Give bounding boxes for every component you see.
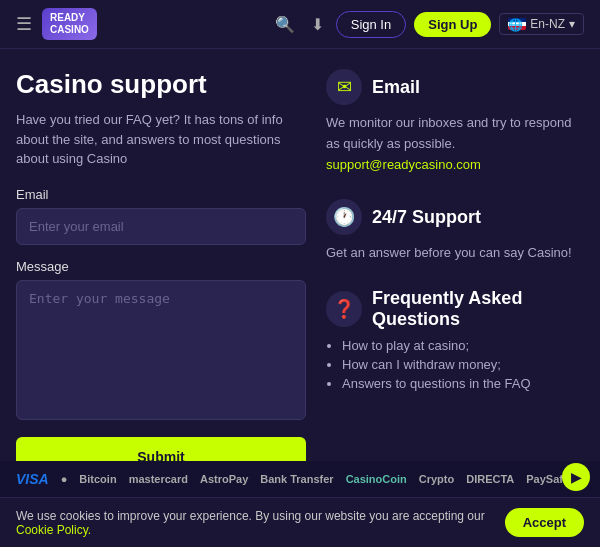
logo-line2: CASINO: [50, 24, 89, 36]
bitcoin-logo: Bitcoin: [79, 473, 116, 485]
email-section-text: We monitor our inboxes and try to respon…: [326, 113, 584, 175]
faq-title: Frequently Asked Questions: [372, 288, 584, 330]
header-right: 🔍 ⬇ Sign In Sign Up 🌐 En-NZ ▾: [271, 11, 584, 38]
page-subtitle: Have you tried our FAQ yet? It has tons …: [16, 110, 306, 169]
faq-header: ❓ Frequently Asked Questions: [326, 288, 584, 330]
maestro-logo: ●: [61, 473, 68, 485]
banktransfer-logo: Bank Transfer: [260, 473, 333, 485]
cookie-message: We use cookies to improve your experienc…: [16, 509, 485, 523]
crypto-logo: Crypto: [419, 473, 454, 485]
accept-cookie-button[interactable]: Accept: [505, 508, 584, 537]
header-left: ☰ READY CASINO: [16, 8, 97, 40]
mastercard-logo: mastercard: [129, 473, 188, 485]
language-selector[interactable]: 🌐 En-NZ ▾: [499, 13, 584, 35]
faq-item-2: How can I withdraw money;: [342, 357, 584, 372]
email-section-title: Email: [372, 77, 420, 98]
faq-section: ❓ Frequently Asked Questions How to play…: [326, 288, 584, 391]
lang-label: En-NZ: [530, 17, 565, 31]
faq-icon: ❓: [326, 291, 362, 327]
visa-logo: VISA: [16, 471, 49, 487]
right-panel: ✉ Email We monitor our inboxes and try t…: [326, 69, 584, 477]
cookie-banner: We use cookies to improve your experienc…: [0, 497, 600, 547]
support247-section: 🕐 24/7 Support Get an answer before you …: [326, 199, 584, 264]
cookie-text: We use cookies to improve your experienc…: [16, 509, 493, 537]
faq-link-3[interactable]: Answers to questions in the FAQ: [342, 376, 531, 391]
cookie-policy-link[interactable]: Cookie Policy.: [16, 523, 91, 537]
faq-list: How to play at casino; How can I withdra…: [326, 338, 584, 391]
header: ☰ READY CASINO 🔍 ⬇ Sign In Sign Up 🌐 En-…: [0, 0, 600, 49]
message-label: Message: [16, 259, 306, 274]
directa-logo: DIRECTA: [466, 473, 514, 485]
left-panel: Casino support Have you tried our FAQ ye…: [16, 69, 306, 477]
logo[interactable]: READY CASINO: [42, 8, 97, 40]
search-icon[interactable]: 🔍: [271, 11, 299, 38]
email-input[interactable]: [16, 208, 306, 245]
support-email-link[interactable]: support@readycasino.com: [326, 157, 481, 172]
email-icon: ✉: [326, 69, 362, 105]
support247-text: Get an answer before you can say Casino!: [326, 243, 584, 264]
message-textarea[interactable]: [16, 280, 306, 420]
download-icon[interactable]: ⬇: [307, 11, 328, 38]
email-section: ✉ Email We monitor our inboxes and try t…: [326, 69, 584, 175]
payment-strip: VISA ● Bitcoin mastercard AstroPay Bank …: [0, 461, 600, 497]
scroll-right-button[interactable]: ▶: [562, 463, 590, 491]
email-label: Email: [16, 187, 306, 202]
email-section-header: ✉ Email: [326, 69, 584, 105]
hamburger-icon[interactable]: ☰: [16, 13, 32, 35]
faq-link-2[interactable]: How can I withdraw money;: [342, 357, 501, 372]
faq-item-3: Answers to questions in the FAQ: [342, 376, 584, 391]
chevron-down-icon: ▾: [569, 17, 575, 31]
faq-link-1[interactable]: How to play at casino;: [342, 338, 469, 353]
faq-item-1: How to play at casino;: [342, 338, 584, 353]
support247-title: 24/7 Support: [372, 207, 481, 228]
astropay-logo: AstroPay: [200, 473, 248, 485]
support247-icon: 🕐: [326, 199, 362, 235]
main-content: Casino support Have you tried our FAQ ye…: [0, 49, 600, 497]
casinocoin-logo: CasinoCoin: [346, 473, 407, 485]
logo-line1: READY: [50, 12, 89, 24]
page-title: Casino support: [16, 69, 306, 100]
flag-icon: 🌐: [508, 18, 526, 30]
signin-button[interactable]: Sign In: [336, 11, 406, 38]
signup-button[interactable]: Sign Up: [414, 12, 491, 37]
email-text: We monitor our inboxes and try to respon…: [326, 115, 571, 151]
support247-header: 🕐 24/7 Support: [326, 199, 584, 235]
